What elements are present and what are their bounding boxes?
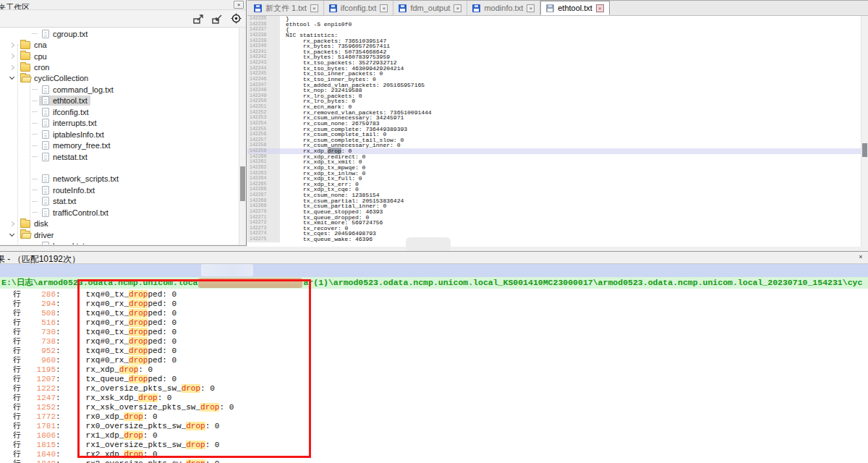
item-icon	[20, 75, 30, 82]
search-result-row[interactable]: 行 1849 : rx2_oversize_pkts_sw_drop: 0	[0, 459, 868, 463]
tree-item-label: stat.txt	[53, 197, 76, 205]
results-close-button[interactable]: ×	[856, 253, 865, 262]
row-colon: :	[56, 356, 61, 365]
chevron-icon[interactable]	[9, 232, 14, 237]
item-icon	[20, 64, 30, 72]
row-line-number: 508	[21, 309, 56, 318]
tree-item-label: network_scripts.txt	[53, 174, 119, 183]
line-number: 142245	[247, 71, 280, 77]
chevron-icon[interactable]	[9, 64, 14, 69]
tab-close-icon[interactable]: ×	[596, 4, 604, 12]
chevron-icon[interactable]	[9, 75, 14, 80]
editor-tab[interactable]: modinfo.txt ×	[467, 1, 540, 15]
tab-close-icon[interactable]: ×	[380, 4, 388, 12]
search-summary-line[interactable]: 搜索 "drop" （1个文件中匹配到10192次，总计	[0, 264, 868, 277]
editor-line: 142237 {	[247, 27, 868, 33]
tree-item[interactable]: network_scripts.txt	[0, 174, 239, 184]
tree-item[interactable]: ifconfig.txt	[0, 106, 239, 117]
editor-tab[interactable]: ifconfig.txt ×	[324, 1, 394, 15]
tree-item[interactable]: cna	[0, 39, 239, 50]
tree-item[interactable]: memory_free.txt	[0, 140, 239, 150]
row-line-number: 286	[21, 290, 56, 300]
tree-item[interactable]: lsmod.txt	[0, 240, 239, 245]
tree-item[interactable]	[0, 162, 239, 173]
tree-connector	[32, 145, 38, 146]
line-number: 142272	[247, 220, 280, 226]
row-line-number: 1840	[21, 450, 56, 459]
tree-item[interactable]: netstat.txt	[0, 151, 239, 162]
chevron-icon[interactable]	[9, 43, 14, 48]
tab-close-icon[interactable]: ×	[527, 4, 535, 12]
tree-item-label: routeInfo.txt	[53, 186, 95, 195]
line-number: 142251	[247, 104, 280, 110]
locate-file-icon[interactable]	[231, 13, 242, 24]
row-line-prefix: 行	[13, 355, 21, 365]
row-line-prefix: 行	[13, 402, 21, 412]
row-line-number: 1781	[21, 422, 56, 431]
tree-item[interactable]: ethtool.txt	[0, 95, 239, 106]
editor-line: 142236 ethtool -S enp1s0f0	[247, 22, 868, 27]
item-icon	[42, 186, 49, 195]
results-titlebar: 搜索结果 - （匹配10192次） ×	[0, 252, 868, 264]
editor-line: 142275 tx_queue_wake: 46396	[247, 237, 868, 242]
row-line-prefix: 行	[13, 365, 21, 374]
row-line-prefix: 行	[13, 336, 21, 346]
line-number: 142244	[247, 66, 280, 72]
tree-connector	[32, 33, 38, 34]
tree-item[interactable]: routeInfo.txt	[0, 184, 239, 195]
chevron-icon[interactable]	[9, 54, 14, 59]
annotation-rectangle	[77, 279, 311, 458]
tree-item[interactable]: cron	[0, 61, 239, 72]
item-icon	[42, 197, 49, 205]
tree-item-label: driver	[34, 231, 54, 239]
row-line-number: 730	[21, 328, 56, 337]
tree-item[interactable]: iptablesInfo.txt	[0, 129, 239, 140]
tree-item-label: netstat.txt	[53, 153, 88, 161]
editor-scrollbar-thumb[interactable]	[862, 143, 867, 157]
floppy-save-icon	[399, 4, 407, 12]
row-line-number: 738	[21, 337, 56, 347]
workspace-tree[interactable]: cgroup.txt cna cpu cron cyclicCollection	[0, 28, 239, 245]
expand-all-icon[interactable]	[193, 14, 205, 24]
line-number: 142260	[247, 154, 280, 160]
line-number: 142273	[247, 226, 280, 232]
redaction-blur	[406, 237, 451, 252]
row-line-number: 1772	[21, 412, 56, 422]
tree-item[interactable]: interrupts.txt	[0, 118, 239, 129]
tree-item[interactable]: cgroup.txt	[0, 28, 239, 39]
tree-item[interactable]: trafficControl.txt	[0, 207, 239, 218]
line-number: 142237	[247, 27, 280, 33]
editor-tab[interactable]: 新文件 1.txt ×	[249, 1, 324, 15]
row-line-number: 294	[21, 300, 56, 309]
tree-item-label: iptablesInfo.txt	[53, 130, 104, 139]
tree-connector	[32, 201, 38, 202]
editor-body[interactable]: 142235 } 142236 ethtool -S enp1s0f0 1422…	[247, 16, 868, 247]
tree-item[interactable]: disk	[0, 218, 239, 229]
tree-item[interactable]: cyclicCollection	[0, 73, 239, 84]
editor-tab[interactable]: fdm_output ×	[393, 1, 467, 15]
line-number: 142270	[247, 209, 280, 215]
tree-item[interactable]: cpu	[0, 51, 239, 61]
item-icon	[42, 119, 49, 127]
workspace-scrollbar[interactable]	[239, 28, 246, 245]
line-number: 142255	[247, 127, 280, 132]
editor-tab[interactable]: ethtool.txt ×	[540, 1, 610, 15]
tree-item[interactable]: driver	[0, 229, 239, 240]
workspace-close-button[interactable]: ×	[234, 1, 244, 9]
row-line-number: 1222	[21, 384, 56, 394]
row-colon: :	[56, 403, 61, 412]
line-number: 142266	[247, 187, 280, 192]
item-icon	[42, 153, 49, 161]
tree-item[interactable]: command_log.txt	[0, 84, 239, 95]
line-number: 142268	[247, 198, 280, 204]
collapse-all-icon[interactable]	[212, 14, 224, 24]
editor-scrollbar[interactable]	[861, 16, 868, 247]
line-text: tx_queue_wake: 46396	[280, 237, 373, 242]
workspace-scrollbar-thumb[interactable]	[240, 166, 245, 201]
tab-label: 新文件 1.txt	[265, 3, 307, 14]
line-number: 142248	[247, 88, 280, 93]
tree-item[interactable]: stat.txt	[0, 196, 239, 207]
tab-close-icon[interactable]: ×	[310, 4, 318, 12]
chevron-icon[interactable]	[9, 221, 14, 226]
tab-close-icon[interactable]: ×	[454, 4, 461, 12]
